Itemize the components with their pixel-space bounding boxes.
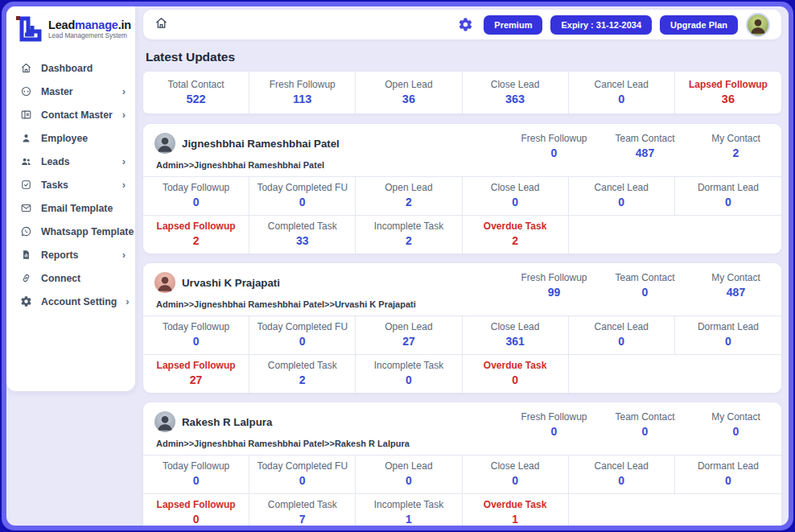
stat-cell: Dormant Lead0 [675, 316, 781, 355]
sidebar-item-leads[interactable]: Leads [6, 150, 135, 173]
chevron-right-icon [126, 296, 129, 307]
sidebar-item-whatsapp-template[interactable]: Whatsapp Template [6, 220, 135, 243]
sidebar-item-contact-master[interactable]: Contact Master [6, 103, 135, 126]
sidebar-item-reports[interactable]: Reports [6, 243, 135, 266]
sidebar-item-account-setting[interactable]: Account Setting [6, 290, 135, 313]
header-stat: Fresh Followup 99 [509, 272, 599, 299]
stat-label: Close Lead [466, 79, 565, 90]
sidebar-item-email-template[interactable]: Email Template [6, 196, 135, 220]
task-check-icon [20, 179, 32, 191]
stat-cell: Cancel Lead0 [569, 177, 675, 216]
stat-label: Dormant Lead [678, 460, 778, 472]
stat-label: Today Followup [146, 182, 245, 193]
header-stat: Fresh Followup 0 [509, 411, 599, 438]
stat-value: 1 [359, 513, 458, 526]
logo[interactable]: Leadmanage.in Lead Management System [6, 6, 135, 50]
stat-cell: Overdue Task1 [463, 494, 569, 526]
sidebar-item-employee[interactable]: Employee [6, 126, 135, 150]
stat-cell: Incomplete Task1 [356, 494, 462, 526]
envelope-icon [20, 202, 32, 214]
stat-value: 0 [146, 196, 245, 208]
header-stat: Team Contact 0 [599, 272, 690, 299]
gear-icon [20, 295, 32, 307]
home-breadcrumb-icon[interactable] [154, 16, 168, 33]
stat-label: Today Completed FU [253, 321, 352, 332]
chevron-right-icon [122, 86, 126, 97]
hierarchy-path: Admin>>Jigneshbhai Rameshbhai Patel>>Rak… [143, 438, 781, 455]
header-stat: My Contact 2 [690, 133, 781, 159]
premium-button[interactable]: Premium [484, 15, 542, 35]
summary-cancel-lead: Cancel Lead 0 [569, 72, 675, 113]
stat-label: Overdue Task [466, 499, 565, 510]
stat-cell: Open Lead0 [356, 456, 462, 494]
stat-label: Incomplete Task [359, 499, 458, 510]
stat-cell: Today Completed FU0 [249, 456, 356, 494]
stat-cell: Lapsed Followup0 [143, 494, 249, 526]
stat-cell: Lapsed Followup2 [143, 216, 249, 254]
stat-value: 0 [359, 474, 458, 487]
stat-cell: Lapsed Followup27 [143, 355, 249, 393]
card-header-stats: Fresh Followup 0 Team Contact 487 My Con… [509, 131, 781, 159]
stat-label: Fresh Followup [509, 133, 599, 144]
stat-label: My Contact [690, 133, 781, 144]
stat-cell: Dormant Lead0 [675, 456, 781, 494]
stat-value: 0 [146, 335, 245, 348]
topbar: Premium Expiry : 31-12-2034 Upgrade Plan [143, 10, 781, 39]
stat-cell: Today Completed FU0 [249, 316, 356, 355]
stat-label: Fresh Followup [253, 79, 352, 90]
page-title: Latest Updates [146, 50, 781, 64]
stats-grid: Today Followup0 Today Completed FU0 Open… [143, 455, 781, 526]
expiry-button[interactable]: Expiry : 31-12-2034 [550, 15, 652, 35]
stat-cell: Dormant Lead0 [675, 177, 781, 216]
stat-label: Cancel Lead [572, 460, 671, 472]
whatsapp-icon [20, 225, 32, 237]
sidebar-item-label: Contact Master [41, 109, 113, 121]
brand-subtitle: Lead Management System [48, 32, 131, 39]
stat-value: 27 [359, 335, 458, 348]
stat-label: Incomplete Task [359, 360, 458, 371]
stat-value: 0 [466, 196, 565, 208]
employee-name: Rakesh R Lalpura [182, 416, 272, 428]
stat-value: 0 [509, 425, 599, 438]
stat-label: Lapsed Followup [146, 221, 245, 232]
sidebar-item-tasks[interactable]: Tasks [6, 173, 135, 196]
employee-avatar [154, 133, 175, 154]
upgrade-plan-button[interactable]: Upgrade Plan [660, 15, 738, 35]
sidebar-item-master[interactable]: Master [6, 80, 135, 103]
stat-cell: Today Followup0 [143, 316, 249, 355]
app-content: Leadmanage.in Lead Management System Das… [6, 6, 789, 526]
link-icon [20, 272, 32, 284]
user-avatar[interactable] [746, 13, 770, 37]
sidebar-item-label: Email Template [41, 203, 113, 214]
stat-value: 0 [509, 146, 599, 159]
sidebar-item-label: Account Setting [41, 296, 117, 307]
employee-identity: Rakesh R Lalpura [154, 410, 272, 434]
summary-total-contact: Total Contact 522 [143, 72, 249, 113]
sidebar-item-dashboard[interactable]: Dashboard [6, 56, 135, 80]
stat-value: 0 [146, 513, 245, 526]
stat-value: 0 [678, 474, 778, 487]
stat-label: Lapsed Followup [146, 360, 245, 371]
employee-card: Urvashi K Prajapati Fresh Followup 99 Te… [143, 263, 781, 393]
stat-cell: Overdue Task0 [463, 355, 569, 393]
stat-value: 0 [359, 373, 458, 386]
sidebar-item-label: Leads [41, 156, 70, 167]
stat-label: Open Lead [359, 79, 458, 90]
sidebar-item-connect[interactable]: Connect [6, 266, 135, 290]
chevron-right-icon [122, 109, 126, 120]
stat-cell: Overdue Task2 [463, 216, 569, 254]
stat-value: 1 [466, 513, 565, 526]
stat-cell: Close Lead361 [463, 316, 569, 355]
stat-value: 0 [690, 425, 781, 438]
stat-label: Cancel Lead [572, 182, 671, 193]
summary-strip: Total Contact 522 Fresh Followup 113 Ope… [143, 72, 781, 113]
sidebar-item-label: Employee [41, 133, 88, 144]
stat-value: 0 [599, 286, 690, 299]
stats-grid: Today Followup0 Today Completed FU0 Open… [143, 315, 781, 393]
stat-label: Team Contact [599, 272, 690, 283]
settings-gear-icon[interactable] [458, 17, 473, 32]
stat-label: My Contact [690, 272, 781, 283]
home-icon [20, 62, 32, 74]
employee-identity: Jigneshbhai Rameshbhai Patel [154, 131, 340, 155]
stat-label: Completed Task [253, 499, 352, 510]
